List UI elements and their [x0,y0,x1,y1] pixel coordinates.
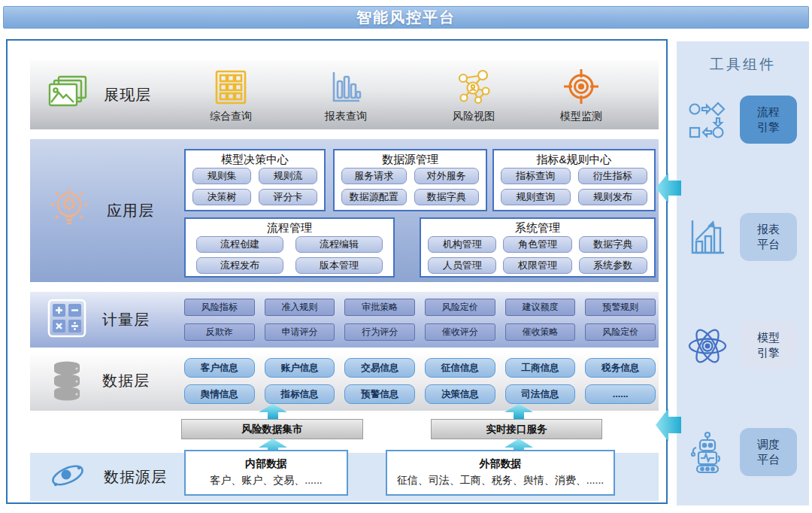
app-chip: 数据字典 [579,236,647,253]
pres-item-query: 综合查询 [189,66,272,123]
tool-label: 模型引擎 [756,330,781,360]
left-arrow [656,405,681,445]
group-title: 流程管理 [186,219,393,235]
barchart-icon [304,66,387,105]
meas-chip: 行为评分 [344,323,415,341]
measurement-layer-label: 计量层 [102,310,150,330]
page-title: 智能风控平台 [356,8,456,28]
data-chip: ...... [585,384,656,404]
app-chip: 指标查询 [501,168,571,184]
data-chip: 客户信息 [184,358,255,378]
atom-icon [686,324,729,368]
app-chip: 规则流 [259,168,317,184]
presentation-layer-band: 展现层 综合查询 [30,60,659,129]
group-datasource-mgmt: 数据源管理 服务请求 对外服务 数据源配置 数据字典 [333,149,487,211]
group-title: 指标&规则中心 [494,150,654,166]
meas-chip: 建议额度 [505,299,576,316]
target-icon [540,66,623,105]
measurement-layer-head: 计量层 [47,292,150,348]
risk-data-mart-bar: 风险数据集市 [181,419,363,439]
app-chip: 角色管理 [503,236,571,253]
data-chip: 账户信息 [265,358,335,378]
app-chip: 流程编辑 [295,236,383,253]
datasource-layer-band: 数据源层 内部数据 客户、账户、交易、...... 外部数据 征信、司法、工商、… [30,453,659,501]
datasource-layer-head: 数据源层 [47,453,167,501]
app-chip: 规则集 [192,168,251,184]
pres-item-report: 报表查询 [304,66,387,123]
bulb-icon [47,185,92,236]
data-chip: 预警信息 [344,384,415,404]
tool-schedule-platform-button: 调度平台 [740,428,797,476]
top-banner: 智能风控平台 [3,6,809,29]
realtime-api-bar: 实时接口服务 [431,419,602,439]
app-chip: 服务请求 [341,168,407,184]
data-chip: 舆情信息 [184,384,255,404]
tools-sidebar: 工具组件 流程引擎 [677,41,809,505]
meas-chip: 准入规则 [265,299,335,316]
app-chip: 系统参数 [579,257,647,274]
application-layer-band: 应用层 模型决策中心 规则集 规则流 决策树 评分卡 数据源管理 服务请求 对外… [30,139,659,282]
meas-chip: 催收评分 [425,323,495,341]
meas-chip: 催收策略 [505,323,576,341]
main-diagram: 展现层 综合查询 [6,39,668,504]
meas-chip: 审批策略 [344,299,415,316]
tool-item-schedule-platform: 调度平台 [677,428,809,478]
photo-icon [47,74,89,116]
data-chip: 工商信息 [505,358,576,378]
group-indicator-rule: 指标&规则中心 指标查询 衍生指标 规则查询 规则发布 [492,149,656,211]
data-layer-band: 数据层 客户信息 账户信息 交易信息 征信信息 工商信息 税务信息 舆情信息 指… [30,351,659,411]
data-layer-label: 数据层 [102,371,150,391]
data-chip: 司法信息 [505,384,576,404]
tool-item-process-engine: 流程引擎 [677,96,809,145]
external-data-desc: 征信、司法、工商、税务、舆情、消费、...... [387,472,614,488]
app-chip: 决策树 [192,189,251,205]
group-title: 系统管理 [421,219,654,235]
tool-label: 报表平台 [756,222,781,252]
app-chip: 流程发布 [196,257,283,274]
app-chip: 对外服务 [414,168,480,184]
pres-item-label: 报表查询 [304,110,387,123]
app-chip: 流程创建 [196,236,283,253]
app-chip: 权限管理 [503,257,571,274]
app-chip: 规则发布 [578,189,648,205]
flowchart-icon [686,99,729,142]
app-chip: 衍生指标 [578,168,648,184]
data-chip: 指标信息 [265,384,335,404]
data-layer-head: 数据层 [47,351,150,411]
pres-item-label: 综合查询 [189,110,272,123]
meas-chip: 申请评分 [265,323,335,341]
app-chip: 规则查询 [501,189,571,205]
group-system-mgmt: 系统管理 机构管理 角色管理 数据字典 人员管理 权限管理 系统参数 [420,217,656,278]
tool-item-report-platform: 报表平台 [677,213,809,263]
app-chip: 数据源配置 [341,189,407,205]
group-model-decision: 模型决策中心 规则集 规则流 决策树 评分卡 [184,149,326,211]
app-chip: 人员管理 [428,257,496,274]
application-layer-head: 应用层 [47,139,154,282]
datasource-layer-label: 数据源层 [104,467,167,487]
left-arrow [656,170,681,206]
calculator-icon [47,298,87,341]
tool-process-engine-button: 流程引擎 [740,96,797,144]
database-icon [47,359,87,404]
internal-data-box: 内部数据 客户、账户、交易、...... [184,450,348,496]
measurement-layer-band: 计量层 风险指标 准入规则 审批策略 风险定价 建议额度 预警规则 反欺诈 申请… [30,292,659,348]
presentation-layer-label: 展现层 [104,85,151,105]
pres-item-label: 风险视图 [432,110,515,123]
robot-icon [686,431,729,475]
data-chip: 征信信息 [425,358,495,378]
external-data-title: 外部数据 [387,455,614,472]
meas-chip: 预警规则 [585,299,656,316]
tool-report-platform-button: 报表平台 [740,213,797,261]
group-process-mgmt: 流程管理 流程创建 流程编辑 流程发布 版本管理 [184,217,395,278]
network-icon [432,66,515,105]
tool-label: 流程引擎 [756,105,781,135]
app-chip: 机构管理 [428,236,496,253]
galaxy-icon [47,456,89,498]
meas-chip: 风险指标 [184,299,255,316]
data-chip: 决策信息 [425,384,495,404]
measurement-chip-grid: 风险指标 准入规则 审批策略 风险定价 建议额度 预警规则 反欺诈 申请评分 行… [184,299,656,341]
report-icon [686,216,729,260]
tools-sidebar-title: 工具组件 [677,55,809,74]
presentation-layer-head: 展现层 [47,60,151,129]
grid-icon [189,66,272,105]
